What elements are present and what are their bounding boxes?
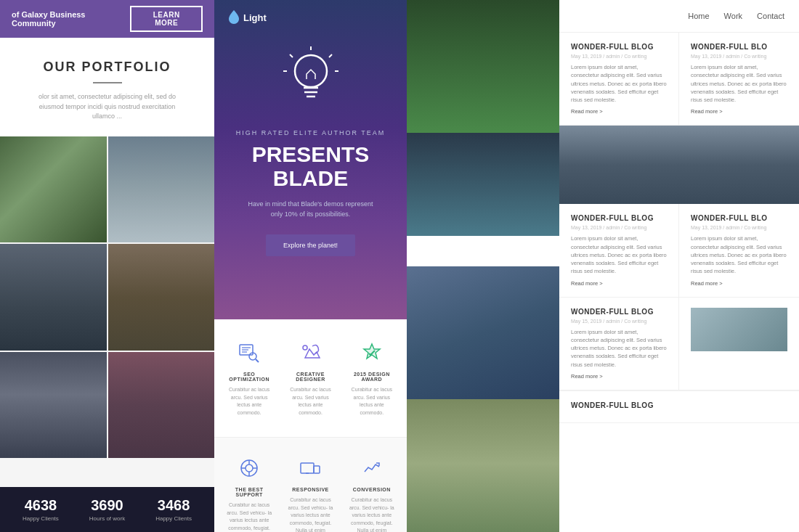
post-title-3: WONDER-FULL BLOG: [571, 214, 667, 222]
post-excerpt-3: Lorem ipsum dolor sit amet, consectetur …: [571, 234, 667, 275]
feature-title-seo: SEO OPTIMIZATION: [224, 372, 274, 382]
portfolio-image-3[interactable]: [0, 244, 107, 351]
feature-seo: SEO OPTIMIZATION Curabitur ac lacus arcu…: [222, 334, 277, 422]
portfolio-desc: olor sit amet, consectetur adipiscing el…: [28, 92, 187, 122]
read-more-4[interactable]: Read more >: [691, 280, 787, 287]
blog-post-6: [679, 298, 799, 390]
blog-post-3: WONDER-FULL BLOG May 13, 2019 / admin / …: [559, 204, 679, 297]
left-panel: of Galaxy Business Community LEARN MORE …: [0, 0, 214, 532]
post-title-1: WONDER-FULL BLOG: [571, 43, 667, 51]
feature-desc-seo: Curabitur ac lacus arcu. Sed varius lect…: [224, 386, 274, 417]
seo-icon: [236, 340, 262, 366]
right-panel: Home Work Contact WONDER-FULL BLOG May 1…: [407, 0, 799, 532]
blog-posts-mid-grid: WONDER-FULL BLOG May 13, 2019 / admin / …: [559, 204, 799, 297]
post-title-7: WONDER-FULL BLOG: [571, 401, 787, 409]
blog-post-5: WONDER-FULL BLOG May 15, 2019 / admin / …: [559, 298, 679, 390]
logo-drop-icon: [229, 10, 239, 25]
blog-post-7: WONDER-FULL BLOG: [559, 390, 799, 423]
feature-desc-support: Curabitur ac lacus arcu. Sed vehicu- la …: [224, 502, 274, 532]
hero-line1: PRESENTS: [252, 142, 370, 166]
svg-rect-22: [301, 463, 314, 473]
post-meta-2: May 13, 2019 / admin / Co writing: [691, 54, 787, 59]
svg-point-0: [295, 55, 327, 87]
conversion-icon: [359, 455, 385, 481]
feature-title-responsive: RESPONSIVE: [285, 487, 335, 492]
blog-image-1: [407, 0, 559, 133]
blog-content-column: Home Work Contact WONDER-FULL BLOG May 1…: [559, 0, 799, 532]
stat-number-3: 3468: [155, 497, 192, 514]
post-excerpt-1: Lorem ipsum dolor sit amet, consectetur …: [571, 63, 667, 104]
blog-nav: Home Work Contact: [559, 0, 799, 33]
stat-happy-clients: 4638 Happy Clients: [23, 497, 59, 522]
feature-conversion: CONVERSION Curabitur ac lacus arcu. Sed …: [344, 449, 400, 532]
features-grid-2: THE BEST SUPPORT Curabitur ac lacus arcu…: [222, 449, 400, 532]
blog-post-4: WONDER-FULL BLO May 13, 2019 / admin / C…: [679, 204, 799, 297]
topbar-title: of Galaxy Business Community: [12, 10, 130, 28]
stat-number-1: 4638: [23, 497, 59, 514]
feature-support: THE BEST SUPPORT Curabitur ac lacus arcu…: [222, 449, 277, 532]
lightbulb-icon: [282, 46, 340, 112]
read-more-1[interactable]: Read more >: [571, 108, 667, 115]
blog-images-column: [407, 0, 559, 532]
portfolio-image-5[interactable]: [0, 352, 107, 459]
feature-desc-responsive: Curabitur ac lacus arcu. Sed vehicu- la …: [285, 496, 335, 532]
stat-hours-work: 3690 Hours of work: [89, 497, 125, 522]
light-nav: Light: [229, 0, 392, 39]
feature-creative: CREATIVE DESIGNER Curabitur ac lacus arc…: [283, 334, 338, 422]
svg-rect-23: [314, 466, 320, 473]
post-meta-5: May 15, 2019 / admin / Co writing: [571, 319, 667, 324]
read-more-2[interactable]: Read more >: [691, 108, 787, 115]
stat-label-3: Happy Clients: [155, 515, 192, 522]
svg-point-15: [303, 345, 307, 350]
feature-responsive: RESPONSIVE Curabitur ac lacus arcu. Sed …: [283, 449, 338, 532]
logo: Light: [229, 10, 267, 25]
post-meta-1: May 13, 2019 / admin / Co writing: [571, 54, 667, 59]
portfolio-image-6[interactable]: [108, 352, 215, 459]
post-title-5: WONDER-FULL BLOG: [571, 308, 667, 316]
feature-title-creative: CREATIVE DESIGNER: [285, 372, 335, 382]
post-excerpt-4: Lorem ipsum dolor sit amet, consectetur …: [691, 234, 787, 275]
portfolio-grid: [0, 136, 214, 459]
read-more-5[interactable]: Read more >: [571, 373, 667, 380]
feature-title-award: 2015 DESIGN AWARD: [347, 372, 397, 382]
hero-line2: BLADE: [273, 166, 348, 190]
explore-button[interactable]: Explore the planet!: [266, 234, 355, 256]
stat-label-1: Happy Clients: [23, 515, 59, 522]
features-section-2: THE BEST SUPPORT Curabitur ac lacus arcu…: [214, 437, 407, 532]
feature-desc-conversion: Curabitur ac lacus arcu. Sed vehicu- la …: [347, 496, 397, 532]
learn-more-button[interactable]: LEARN MORE: [130, 6, 203, 32]
portfolio-image-1[interactable]: [0, 136, 107, 243]
svg-line-14: [256, 359, 259, 362]
blog-image-3: [407, 266, 559, 399]
portfolio-divider: [93, 82, 122, 83]
portfolio-image-2[interactable]: [108, 136, 215, 243]
post-meta-3: May 13, 2019 / admin / Co writing: [571, 225, 667, 230]
feature-desc-creative: Curabitur ac lacus arcu. Sed varius lect…: [285, 386, 335, 417]
hero-tag: HIGH RATED ELITE AUTHOR TEAM: [236, 129, 386, 136]
portfolio-image-4[interactable]: [108, 244, 215, 351]
svg-line-4: [290, 54, 293, 57]
features-section-1: SEO OPTIMIZATION Curabitur ac lacus arcu…: [214, 319, 407, 437]
feature-title-conversion: CONVERSION: [347, 487, 397, 492]
blog-image-4: [407, 399, 559, 532]
nav-link-work[interactable]: Work: [724, 12, 742, 20]
blog-nav-links: Home Work Contact: [688, 12, 784, 20]
stat-happy-clients-2: 3468 Happy Clients: [155, 497, 192, 522]
middle-panel: Light HIGH RATED ELITE AUTHOR TEAM: [214, 0, 407, 532]
stat-label-2: Hours of work: [89, 515, 125, 522]
stats-bar: 4638 Happy Clients 3690 Hours of work 34…: [0, 487, 214, 532]
portfolio-header: OUR PORTFOLIO olor sit amet, consectetur…: [0, 38, 214, 136]
nav-link-home[interactable]: Home: [688, 12, 709, 20]
creative-designer-icon: [297, 340, 323, 366]
features-grid-1: SEO OPTIMIZATION Curabitur ac lacus arcu…: [222, 334, 400, 422]
svg-line-2: [329, 54, 332, 57]
post-excerpt-5: Lorem ipsum dolor sit amet, consectetur …: [571, 328, 667, 369]
blog-image-2: [407, 133, 559, 266]
hero-subtitle: Have in mind that Blade's demos represen…: [248, 199, 373, 220]
stat-number-2: 3690: [89, 497, 125, 514]
nav-link-contact[interactable]: Contact: [757, 12, 784, 20]
blog-posts-bottom-grid: WONDER-FULL BLOG May 15, 2019 / admin / …: [559, 298, 799, 390]
post-excerpt-2: Lorem ipsum dolor sit amet, consectetur …: [691, 63, 787, 104]
design-award-icon: [359, 340, 385, 366]
read-more-3[interactable]: Read more >: [571, 280, 667, 287]
